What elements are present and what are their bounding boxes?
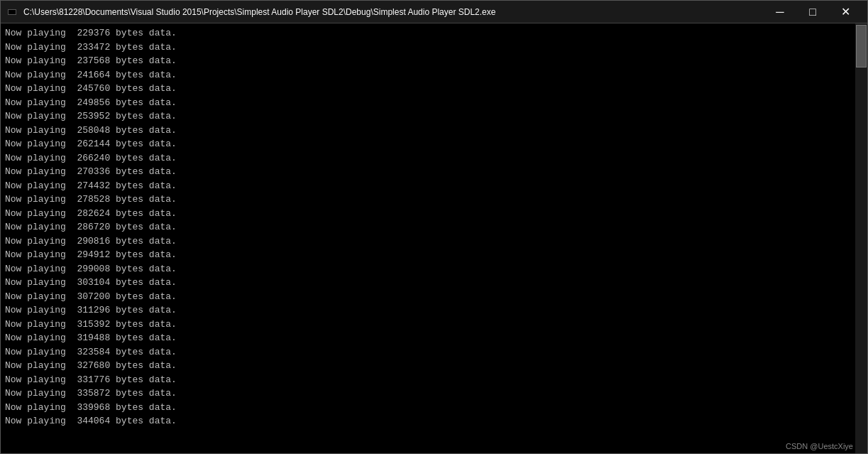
- console-line: Now playing 245760 bytes data.: [5, 82, 851, 96]
- console-line: Now playing 299008 bytes data.: [5, 262, 851, 276]
- console-line: Now playing 262144 bytes data.: [5, 137, 851, 151]
- minimize-button[interactable]: ─: [764, 1, 796, 23]
- app-icon: [6, 6, 18, 18]
- close-button[interactable]: ✕: [829, 1, 862, 23]
- console-line: Now playing 233472 bytes data.: [5, 40, 851, 55]
- console-line: Now playing 282624 bytes data.: [5, 207, 851, 221]
- svg-rect-2: [9, 10, 16, 14]
- scrollbar-thumb[interactable]: [856, 25, 867, 67]
- console-line: Now playing 331776 bytes data.: [5, 373, 851, 387]
- console-line: Now playing 286720 bytes data.: [5, 220, 851, 234]
- main-window: C:\Users\81228\Documents\Visual Studio 2…: [0, 0, 868, 454]
- window-controls: ─ □ ✕: [764, 1, 862, 23]
- console-line: Now playing 311296 bytes data.: [5, 303, 851, 318]
- console-line: Now playing 229376 bytes data.: [5, 26, 851, 40]
- console-line: Now playing 307200 bytes data.: [5, 290, 851, 304]
- console-line: Now playing 339968 bytes data.: [5, 401, 851, 415]
- console-line: Now playing 323584 bytes data.: [5, 345, 851, 360]
- console-line: Now playing 241664 bytes data.: [5, 68, 851, 82]
- console-line: Now playing 327680 bytes data.: [5, 359, 851, 373]
- console-line: Now playing 335872 bytes data.: [5, 387, 851, 401]
- console-line: Now playing 303104 bytes data.: [5, 276, 851, 290]
- console-line: Now playing 290816 bytes data.: [5, 234, 851, 249]
- console-line: Now playing 319488 bytes data.: [5, 331, 851, 345]
- console-line: Now playing 315392 bytes data.: [5, 318, 851, 332]
- title-bar: C:\Users\81228\Documents\Visual Studio 2…: [1, 1, 867, 23]
- console-line: Now playing 266240 bytes data.: [5, 151, 851, 166]
- console-line: Now playing 274432 bytes data.: [5, 179, 851, 193]
- maximize-button[interactable]: □: [796, 1, 829, 23]
- scrollbar[interactable]: [855, 23, 867, 453]
- console-line: Now playing 253952 bytes data.: [5, 109, 851, 124]
- console-line: Now playing 294912 bytes data.: [5, 248, 851, 262]
- console-area: Now playing 229376 bytes data.Now playin…: [1, 23, 867, 453]
- console-line: Now playing 249856 bytes data.: [5, 96, 851, 110]
- console-line: Now playing 258048 bytes data.: [5, 124, 851, 138]
- console-line: Now playing 344064 bytes data.: [5, 414, 851, 428]
- console-output: Now playing 229376 bytes data.Now playin…: [1, 23, 855, 453]
- watermark: CSDN @UestcXiye: [786, 442, 853, 450]
- console-line: Now playing 270336 bytes data.: [5, 165, 851, 179]
- console-line: Now playing 237568 bytes data.: [5, 54, 851, 68]
- console-line: Now playing 278528 bytes data.: [5, 193, 851, 207]
- window-title: C:\Users\81228\Documents\Visual Studio 2…: [23, 7, 764, 17]
